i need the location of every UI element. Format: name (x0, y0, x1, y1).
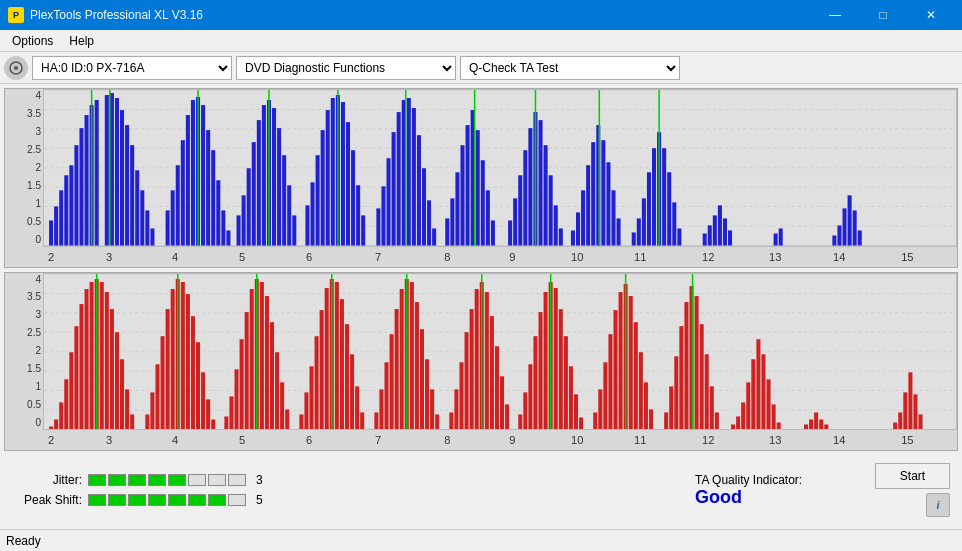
jitter-seg-5 (168, 474, 186, 486)
function-select[interactable]: DVD Diagnostic Functions (236, 56, 456, 80)
svg-rect-16 (74, 145, 78, 245)
svg-rect-303 (903, 392, 907, 429)
peak-shift-value: 5 (256, 493, 263, 507)
svg-rect-235 (425, 359, 429, 429)
test-select[interactable]: Q-Check TA Test (460, 56, 680, 80)
svg-rect-186 (150, 392, 154, 429)
svg-rect-297 (809, 419, 813, 429)
svg-rect-30 (150, 228, 154, 245)
info-button[interactable]: i (926, 493, 950, 517)
svg-rect-90 (508, 220, 512, 245)
bottom-panel: Jitter: 3 Peak Shift: (4, 455, 958, 525)
svg-rect-86 (476, 130, 480, 245)
svg-rect-255 (544, 292, 548, 429)
menu-help[interactable]: Help (61, 32, 102, 50)
jitter-seg-8 (228, 474, 246, 486)
svg-rect-89 (491, 220, 495, 245)
maximize-button[interactable]: □ (860, 0, 906, 30)
svg-rect-38 (201, 105, 205, 245)
svg-text:7: 7 (375, 251, 381, 263)
svg-rect-273 (644, 382, 648, 429)
minimize-button[interactable]: — (812, 0, 858, 30)
svg-rect-305 (913, 394, 917, 429)
svg-rect-70 (387, 158, 391, 245)
svg-text:13: 13 (769, 251, 781, 263)
svg-rect-248 (500, 376, 504, 429)
svg-rect-120 (677, 228, 681, 245)
svg-text:12: 12 (702, 251, 714, 263)
svg-rect-35 (186, 115, 190, 245)
peak-shift-meter (88, 494, 246, 506)
svg-rect-12 (54, 206, 58, 245)
svg-text:10: 10 (571, 251, 583, 263)
svg-rect-264 (598, 389, 602, 429)
svg-rect-31 (166, 210, 170, 245)
svg-rect-65 (351, 150, 355, 245)
svg-text:13: 13 (769, 434, 781, 446)
svg-rect-45 (242, 195, 246, 245)
svg-rect-60 (326, 110, 330, 245)
svg-rect-228 (390, 334, 394, 429)
chart-red-container: 4 3.5 3 2.5 2 1.5 1 0.5 0 2 3 4 5 6 7 (4, 272, 958, 452)
svg-rect-207 (265, 296, 269, 429)
svg-rect-102 (576, 212, 580, 245)
svg-text:9: 9 (509, 434, 515, 446)
svg-rect-252 (528, 364, 532, 429)
svg-rect-185 (145, 414, 149, 429)
svg-rect-241 (465, 332, 469, 429)
svg-rect-97 (544, 145, 548, 245)
svg-rect-189 (166, 309, 170, 429)
svg-rect-197 (206, 399, 210, 429)
svg-rect-200 (229, 396, 233, 429)
menu-options[interactable]: Options (4, 32, 61, 50)
svg-rect-108 (606, 162, 610, 245)
svg-rect-283 (705, 354, 709, 429)
svg-rect-33 (176, 165, 180, 245)
window-title: PlexTools Professional XL V3.16 (30, 8, 203, 22)
svg-rect-211 (285, 409, 289, 429)
blue-chart-x-axis: 2 3 4 5 6 7 8 9 10 11 12 13 14 15 (43, 247, 957, 267)
svg-rect-284 (710, 386, 714, 429)
svg-rect-221 (345, 324, 349, 429)
chart-red-svg (44, 274, 956, 430)
svg-text:8: 8 (444, 434, 450, 446)
svg-rect-88 (486, 190, 490, 245)
svg-rect-195 (196, 342, 200, 429)
svg-rect-79 (432, 228, 436, 245)
close-button[interactable]: ✕ (908, 0, 954, 30)
svg-rect-232 (410, 282, 414, 429)
svg-rect-25 (125, 125, 129, 245)
svg-rect-209 (275, 352, 279, 429)
jitter-seg-4 (148, 474, 166, 486)
svg-text:7: 7 (375, 434, 381, 446)
titlebar: P PlexTools Professional XL V3.16 — □ ✕ (0, 0, 962, 30)
svg-rect-76 (417, 135, 421, 245)
svg-text:9: 9 (509, 251, 515, 263)
svg-rect-64 (346, 122, 350, 245)
svg-text:15: 15 (901, 251, 913, 263)
drive-select[interactable]: HA:0 ID:0 PX-716A (32, 56, 232, 80)
svg-rect-261 (574, 394, 578, 429)
svg-rect-113 (642, 198, 646, 245)
svg-rect-121 (703, 233, 707, 245)
svg-rect-132 (848, 195, 852, 245)
start-button[interactable]: Start (875, 463, 950, 489)
svg-rect-169 (54, 419, 58, 429)
svg-rect-134 (858, 230, 862, 245)
svg-rect-270 (629, 296, 633, 429)
svg-rect-229 (395, 309, 399, 429)
svg-rect-227 (384, 362, 388, 429)
svg-rect-41 (216, 180, 220, 245)
svg-rect-110 (617, 218, 621, 245)
svg-text:5: 5 (239, 434, 245, 446)
svg-rect-276 (669, 386, 673, 429)
jitter-row: Jitter: 3 (12, 473, 675, 487)
svg-rect-216 (320, 310, 324, 429)
svg-rect-288 (741, 402, 745, 429)
svg-rect-181 (115, 332, 119, 429)
red-chart-x-axis: 2 3 4 5 6 7 8 9 10 11 12 13 14 15 (43, 430, 957, 450)
svg-rect-220 (340, 299, 344, 429)
svg-rect-11 (49, 220, 53, 245)
svg-rect-81 (450, 198, 454, 245)
svg-rect-18 (85, 115, 89, 245)
